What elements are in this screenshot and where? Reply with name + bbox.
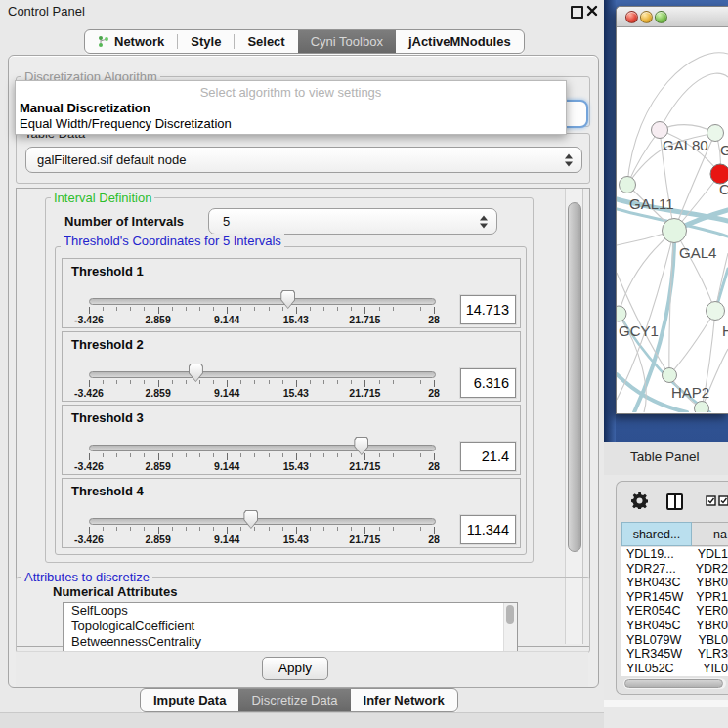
table-cell-shared-name: YIL052C [621, 662, 692, 676]
table-column-name[interactable]: na [692, 522, 728, 546]
tab-infer-network[interactable]: Infer Network [351, 689, 457, 711]
threshold-slider-track[interactable] [89, 298, 436, 305]
slider-tick [337, 307, 338, 311]
network-node-label: GAL11 [629, 195, 674, 212]
table-column-shared-name[interactable]: shared... [621, 522, 692, 546]
table-cell-shared-name: YDR27... [621, 562, 685, 577]
desktop-edge-shadow [604, 0, 616, 442]
threshold-label: Threshold 3 [71, 410, 144, 425]
list-item[interactable]: BetweennessCentrality [64, 634, 517, 650]
table-row[interactable]: YIL052CYIL0 [621, 662, 728, 676]
slider-tick [296, 380, 297, 387]
slider-tick [337, 527, 338, 531]
tab-style[interactable]: Style [178, 30, 234, 53]
slider-tick [254, 380, 255, 384]
slider-tick [158, 527, 159, 534]
checkbox-icon[interactable] [718, 495, 728, 506]
network-node[interactable] [695, 402, 709, 413]
table-row[interactable]: YBL079WYBL0 [621, 633, 728, 648]
slider-tick [240, 527, 241, 531]
threshold-value-field[interactable]: 14.713 [460, 295, 516, 324]
list-item[interactable]: TopologicalCoefficient [64, 619, 517, 634]
slider-tick-label: 28 [428, 534, 440, 545]
slider-thumb[interactable] [354, 437, 368, 455]
float-window-icon[interactable] [571, 6, 583, 19]
tab-discretize-data[interactable]: Discretize Data [238, 689, 350, 711]
table-row[interactable]: YBR043CYBR0 [621, 576, 728, 590]
slider-tick-label: 28 [428, 314, 440, 325]
network-node-gal4[interactable] [663, 219, 687, 243]
gear-icon[interactable] [631, 492, 648, 509]
horizontal-scrollbar-track[interactable] [623, 678, 726, 689]
table-row[interactable]: YLR345WYLR3 [621, 647, 728, 662]
threshold-value-field[interactable]: 11.344 [460, 515, 516, 544]
table-header: shared... na [621, 522, 728, 546]
slider-tick [310, 307, 311, 311]
network-window-titlebar[interactable] [617, 7, 728, 27]
tab-select[interactable]: Select [235, 30, 297, 53]
network-node-gcy1[interactable] [617, 306, 626, 321]
list-scrollbar-thumb[interactable] [506, 605, 514, 624]
network-node-gal80[interactable] [652, 122, 668, 139]
table-row[interactable]: YBR045CYBR0 [621, 619, 728, 633]
apply-button[interactable]: Apply [262, 657, 328, 680]
close-traffic-light-icon[interactable] [625, 11, 638, 23]
algorithm-dropdown-popup: Select algorithm to view settings Manual… [15, 80, 567, 135]
tab-jactivemnodules[interactable]: jActiveMNodules [396, 30, 524, 53]
network-graph: GAL80GACGAL11GAL4GCY1HHAP2 [617, 27, 728, 412]
numerical-attributes-list[interactable]: SelfLoopsTopologicalCoefficientBetweenne… [63, 602, 518, 653]
split-columns-icon[interactable] [666, 493, 683, 510]
tab-label: Network [114, 30, 164, 53]
vertical-scrollbar-thumb[interactable] [568, 202, 581, 552]
slider-thumb[interactable] [243, 510, 258, 529]
zoom-traffic-light-icon[interactable] [655, 11, 667, 23]
tab-cyni-toolbox[interactable]: Cyni Toolbox [298, 30, 396, 53]
statusbar-strip [0, 712, 604, 728]
control-panel-titlebar: Control Panel [0, 0, 604, 23]
network-view-window[interactable]: GAL80GACGAL11GAL4GCY1HHAP2 [616, 6, 728, 414]
table-row[interactable]: YER054CYER0 [621, 604, 728, 619]
attributes-list-items: SelfLoopsTopologicalCoefficientBetweenne… [64, 603, 517, 650]
checkbox-icon[interactable] [706, 495, 716, 506]
tab-impute-data[interactable]: Impute Data [141, 689, 238, 711]
slider-tick [103, 527, 104, 531]
table-row[interactable]: YPR145WYPR1 [621, 590, 728, 605]
algorithm-option-equal-width[interactable]: Equal Width/Frequency Discretization [20, 116, 232, 131]
threshold-value-field[interactable]: 21.4 [460, 442, 516, 471]
tab-network[interactable]: Network [85, 30, 177, 53]
algorithm-option-manual[interactable]: Manual Discretization [20, 101, 150, 115]
algorithm-placeholder: Select algorithm to view settings [16, 85, 566, 100]
number-of-intervals-combobox[interactable]: 5 [208, 208, 497, 235]
slider-thumb-face [281, 291, 294, 308]
table-row[interactable]: YDL19...YDL1 [621, 547, 728, 562]
network-canvas[interactable]: GAL80GACGAL11GAL4GCY1HHAP2 [617, 27, 728, 412]
threshold-slider-track[interactable] [89, 518, 436, 525]
slider-tick [103, 380, 104, 384]
slider-tick [351, 527, 352, 531]
close-icon[interactable] [586, 5, 598, 17]
table-panel-title: Table Panel [630, 450, 700, 464]
threshold-value-field[interactable]: 6.316 [460, 368, 516, 398]
threshold-slider-track[interactable] [89, 445, 436, 451]
slider-tick-label: 9.144 [214, 534, 239, 545]
table-row[interactable]: YDR27...YDR2 [621, 562, 728, 577]
slider-tick [269, 453, 270, 457]
table-cell-name: YDR2 [685, 562, 728, 577]
list-scrollbar-track[interactable] [503, 603, 517, 652]
slider-tick [172, 453, 173, 457]
slider-thumb[interactable] [189, 364, 203, 382]
minimize-traffic-light-icon[interactable] [640, 11, 653, 23]
network-node-ga[interactable] [707, 125, 724, 142]
network-node-hap2[interactable] [663, 368, 677, 383]
network-node-gal11[interactable] [620, 177, 636, 193]
slider-tick-label: -3.426 [74, 534, 104, 545]
slider-tick [144, 380, 145, 384]
network-node-h[interactable] [707, 302, 725, 321]
network-node-label: GAL80 [663, 137, 708, 153]
list-item[interactable]: SelfLoops [64, 603, 517, 619]
table-data-combobox[interactable]: galFiltered.sif default node [25, 147, 582, 173]
threshold-slider-track[interactable] [89, 371, 436, 378]
slider-tick [310, 527, 311, 531]
horizontal-scrollbar-thumb[interactable] [624, 679, 723, 688]
slider-tick [103, 453, 104, 457]
